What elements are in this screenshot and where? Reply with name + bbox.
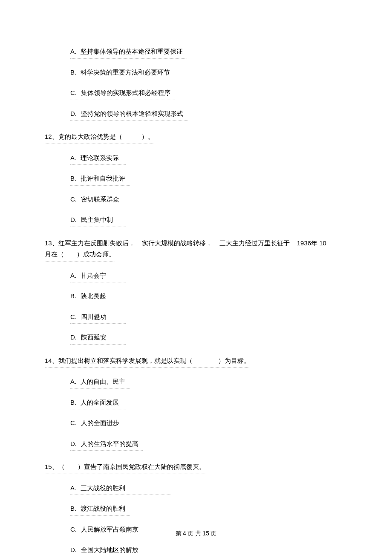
q13-part-c: 三大主力经过万里长征于 [219, 239, 290, 247]
option-letter: B. [70, 292, 76, 299]
document-page: A. 坚持集体领导的基本途径和重要保证 B. 科学决策的重要方法和必要环节 C.… [0, 0, 392, 555]
option-text: 四川懋功 [81, 313, 107, 320]
q13-part-e: 10 [319, 239, 326, 247]
option-text: 坚持党的领导的根本途径和实现形式 [81, 110, 183, 117]
footer-post: 页 [210, 530, 216, 537]
q11-option-c: C. 集体领导的实现形式和必经程序 [70, 88, 175, 100]
q15-option-a: A. 三大战役的胜利 [70, 483, 170, 495]
option-text: 密切联系群众 [81, 196, 119, 203]
option-text: 全国大陆地区的解放 [81, 546, 138, 553]
question-text: 、我们提出树立和落实科学发展观，就是以实现（ ）为目标。 [52, 357, 250, 364]
option-letter: C. [70, 313, 77, 320]
q11-option-a: A. 坚持集体领导的基本途径和重要保证 [70, 47, 187, 59]
footer-page: 4 [183, 530, 186, 537]
option-letter: C. [70, 419, 77, 426]
q13-option-b: B. 陕北吴起 [70, 291, 126, 303]
question-text: 、（ ）宣告了南京国民党政权在大陆的彻底覆灭。 [52, 463, 205, 470]
option-letter: D. [70, 216, 77, 223]
option-text: 坚持集体领导的基本途径和重要保证 [81, 48, 183, 55]
option-text: 科学决策的重要方法和必要环节 [81, 69, 170, 76]
option-letter: D. [70, 110, 77, 117]
question-text: 、党的最大政治优势是（ ）。 [52, 133, 154, 140]
option-letter: B. [70, 399, 76, 406]
option-text: 人的生活水平的提高 [81, 440, 138, 447]
q14-option-d: D. 人的生活水平的提高 [70, 439, 143, 451]
q13-option-c: C. 四川懋功 [70, 312, 126, 324]
q13-line2: 月在（ ）成功会师。 [45, 250, 115, 262]
option-text: 甘肃会宁 [81, 272, 106, 279]
option-text: 陕北吴起 [81, 292, 106, 299]
option-text: 人的全面发展 [81, 399, 119, 406]
option-letter: D. [70, 546, 77, 553]
question-text-line: 12、党的最大政治优势是（ ）。 [45, 132, 154, 144]
q11-option-d: D. 坚持党的领导的根本途径和实现形式 [70, 109, 187, 121]
option-text: 批评和自我批评 [81, 175, 125, 182]
question-number: 14 [45, 357, 52, 364]
q13-option-a: A. 甘肃会宁 [70, 271, 126, 283]
q13-part-b: 实行大规模的战略转移， [142, 239, 212, 247]
q14-option-c: C. 人的全面进步 [70, 418, 126, 430]
option-letter: A. [70, 48, 76, 55]
option-letter: D. [70, 334, 77, 341]
option-text: 渡江战役的胜利 [81, 505, 125, 512]
q11-option-b: B. 科学决策的重要方法和必要环节 [70, 68, 174, 80]
option-letter: D. [70, 440, 77, 447]
footer-total: 15 [202, 530, 209, 537]
question-text-line: 15、（ ）宣告了南京国民党政权在大陆的彻底覆灭。 [45, 462, 205, 474]
q13-part-d: 年 [311, 239, 317, 247]
q12-option-a: A. 理论联系实际 [70, 153, 126, 165]
page-footer: 第 4 页 共 15 页 [0, 529, 392, 538]
option-letter: C. [70, 196, 77, 203]
option-letter: C. [70, 89, 77, 96]
option-text: 陕西延安 [81, 334, 107, 341]
option-letter: A. [70, 378, 76, 385]
option-letter: A. [70, 154, 76, 161]
question-number: 12 [45, 133, 52, 140]
question-number: 15 [45, 463, 52, 470]
q14-option-a: A. 人的自由、民主 [70, 377, 130, 389]
option-letter: A. [70, 272, 76, 279]
option-text: 三大战役的胜利 [81, 484, 125, 492]
q12-option-c: C. 密切联系群众 [70, 195, 126, 207]
q12-option-d: D. 民主集中制 [70, 215, 126, 227]
question-text-line: 14、我们提出树立和落实科学发展观，就是以实现（ ）为目标。 [45, 356, 250, 368]
q13-part-a: 、红军主力在反围剿失败后， [52, 239, 135, 247]
option-letter: B. [70, 175, 76, 182]
option-text: 民主集中制 [81, 216, 113, 223]
q13-option-d: D. 陕西延安 [70, 333, 126, 345]
q12-stem: 12、党的最大政治优势是（ ）。 [45, 132, 347, 144]
option-text: 集体领导的实现形式和必经程序 [81, 89, 170, 96]
question-number: 13 [45, 239, 52, 247]
q12-option-b: B. 批评和自我批评 [70, 174, 130, 186]
q15-option-d: D. 全国大陆地区的解放 [70, 545, 143, 555]
q15-option-b: B. 渡江战役的胜利 [70, 504, 130, 516]
q15-stem: 15、（ ）宣告了南京国民党政权在大陆的彻底覆灭。 [45, 462, 347, 474]
option-letter: B. [70, 505, 76, 512]
option-text: 理论联系实际 [81, 154, 119, 161]
option-letter: A. [70, 484, 76, 492]
option-text: 人的自由、民主 [81, 378, 125, 385]
q14-stem: 14、我们提出树立和落实科学发展观，就是以实现（ ）为目标。 [45, 356, 347, 368]
q14-option-b: B. 人的全面发展 [70, 398, 126, 410]
q13-stem: 13、红军主力在反围剿失败后， 实行大规模的战略转移， 三大主力经过万里长征于 … [45, 239, 347, 248]
q13-year: 1936 [297, 239, 311, 247]
footer-pre: 第 [176, 530, 182, 537]
option-text: 人的全面进步 [81, 419, 119, 426]
option-letter: B. [70, 69, 76, 76]
footer-mid: 页 共 [187, 530, 201, 537]
